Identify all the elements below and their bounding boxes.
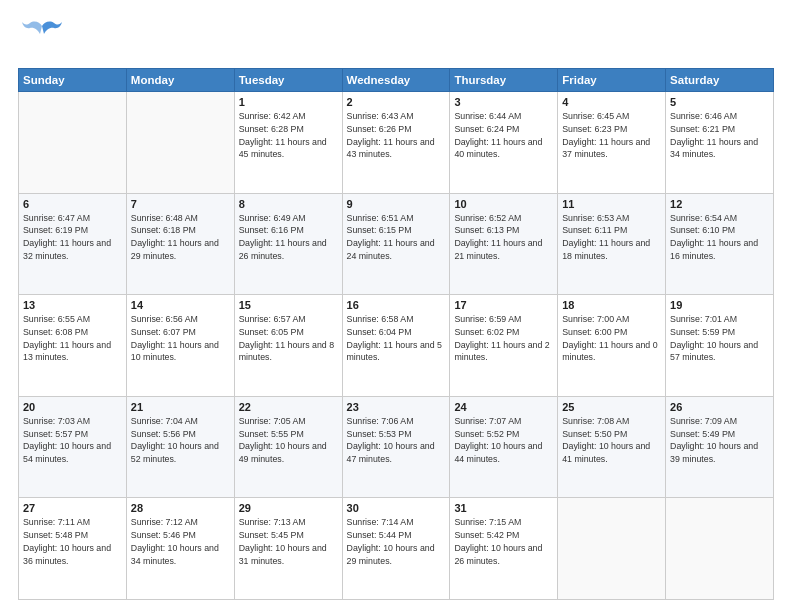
- calendar-cell: 1Sunrise: 6:42 AMSunset: 6:28 PMDaylight…: [234, 92, 342, 194]
- day-number: 3: [454, 96, 553, 108]
- weekday-header-row: SundayMondayTuesdayWednesdayThursdayFrid…: [19, 69, 774, 92]
- day-info: Sunrise: 6:56 AMSunset: 6:07 PMDaylight:…: [131, 313, 230, 364]
- day-number: 26: [670, 401, 769, 413]
- day-info: Sunrise: 7:06 AMSunset: 5:53 PMDaylight:…: [347, 415, 446, 466]
- calendar-cell: 11Sunrise: 6:53 AMSunset: 6:11 PMDayligh…: [558, 193, 666, 295]
- day-info: Sunrise: 6:43 AMSunset: 6:26 PMDaylight:…: [347, 110, 446, 161]
- day-number: 18: [562, 299, 661, 311]
- day-number: 23: [347, 401, 446, 413]
- calendar-cell: 29Sunrise: 7:13 AMSunset: 5:45 PMDayligh…: [234, 498, 342, 600]
- calendar-cell: 22Sunrise: 7:05 AMSunset: 5:55 PMDayligh…: [234, 396, 342, 498]
- week-row-5: 27Sunrise: 7:11 AMSunset: 5:48 PMDayligh…: [19, 498, 774, 600]
- day-number: 29: [239, 502, 338, 514]
- calendar-cell: 6Sunrise: 6:47 AMSunset: 6:19 PMDaylight…: [19, 193, 127, 295]
- header: [18, 18, 774, 58]
- calendar-cell: 4Sunrise: 6:45 AMSunset: 6:23 PMDaylight…: [558, 92, 666, 194]
- calendar-cell: 17Sunrise: 6:59 AMSunset: 6:02 PMDayligh…: [450, 295, 558, 397]
- day-info: Sunrise: 6:46 AMSunset: 6:21 PMDaylight:…: [670, 110, 769, 161]
- day-info: Sunrise: 6:53 AMSunset: 6:11 PMDaylight:…: [562, 212, 661, 263]
- day-number: 20: [23, 401, 122, 413]
- calendar-cell: 28Sunrise: 7:12 AMSunset: 5:46 PMDayligh…: [126, 498, 234, 600]
- day-info: Sunrise: 7:03 AMSunset: 5:57 PMDaylight:…: [23, 415, 122, 466]
- calendar-cell: 12Sunrise: 6:54 AMSunset: 6:10 PMDayligh…: [666, 193, 774, 295]
- logo: [18, 18, 70, 58]
- calendar-cell: 27Sunrise: 7:11 AMSunset: 5:48 PMDayligh…: [19, 498, 127, 600]
- calendar-cell: 31Sunrise: 7:15 AMSunset: 5:42 PMDayligh…: [450, 498, 558, 600]
- day-info: Sunrise: 7:01 AMSunset: 5:59 PMDaylight:…: [670, 313, 769, 364]
- day-info: Sunrise: 6:45 AMSunset: 6:23 PMDaylight:…: [562, 110, 661, 161]
- day-number: 13: [23, 299, 122, 311]
- calendar-cell: 8Sunrise: 6:49 AMSunset: 6:16 PMDaylight…: [234, 193, 342, 295]
- day-info: Sunrise: 6:52 AMSunset: 6:13 PMDaylight:…: [454, 212, 553, 263]
- day-number: 12: [670, 198, 769, 210]
- calendar-cell: 13Sunrise: 6:55 AMSunset: 6:08 PMDayligh…: [19, 295, 127, 397]
- day-number: 16: [347, 299, 446, 311]
- calendar-cell: 23Sunrise: 7:06 AMSunset: 5:53 PMDayligh…: [342, 396, 450, 498]
- calendar-cell: [666, 498, 774, 600]
- day-number: 31: [454, 502, 553, 514]
- day-number: 25: [562, 401, 661, 413]
- day-info: Sunrise: 6:47 AMSunset: 6:19 PMDaylight:…: [23, 212, 122, 263]
- day-number: 10: [454, 198, 553, 210]
- day-number: 2: [347, 96, 446, 108]
- calendar-cell: [126, 92, 234, 194]
- calendar-cell: 26Sunrise: 7:09 AMSunset: 5:49 PMDayligh…: [666, 396, 774, 498]
- calendar-cell: 25Sunrise: 7:08 AMSunset: 5:50 PMDayligh…: [558, 396, 666, 498]
- logo-icon: [18, 18, 66, 58]
- calendar-cell: 7Sunrise: 6:48 AMSunset: 6:18 PMDaylight…: [126, 193, 234, 295]
- day-info: Sunrise: 6:58 AMSunset: 6:04 PMDaylight:…: [347, 313, 446, 364]
- day-info: Sunrise: 6:59 AMSunset: 6:02 PMDaylight:…: [454, 313, 553, 364]
- day-info: Sunrise: 7:15 AMSunset: 5:42 PMDaylight:…: [454, 516, 553, 567]
- weekday-header-wednesday: Wednesday: [342, 69, 450, 92]
- calendar-cell: 3Sunrise: 6:44 AMSunset: 6:24 PMDaylight…: [450, 92, 558, 194]
- day-number: 4: [562, 96, 661, 108]
- week-row-1: 1Sunrise: 6:42 AMSunset: 6:28 PMDaylight…: [19, 92, 774, 194]
- day-info: Sunrise: 6:49 AMSunset: 6:16 PMDaylight:…: [239, 212, 338, 263]
- calendar-cell: 9Sunrise: 6:51 AMSunset: 6:15 PMDaylight…: [342, 193, 450, 295]
- day-number: 11: [562, 198, 661, 210]
- day-info: Sunrise: 6:57 AMSunset: 6:05 PMDaylight:…: [239, 313, 338, 364]
- day-info: Sunrise: 6:55 AMSunset: 6:08 PMDaylight:…: [23, 313, 122, 364]
- calendar-cell: 15Sunrise: 6:57 AMSunset: 6:05 PMDayligh…: [234, 295, 342, 397]
- day-number: 5: [670, 96, 769, 108]
- day-info: Sunrise: 6:44 AMSunset: 6:24 PMDaylight:…: [454, 110, 553, 161]
- day-number: 9: [347, 198, 446, 210]
- day-info: Sunrise: 7:13 AMSunset: 5:45 PMDaylight:…: [239, 516, 338, 567]
- week-row-4: 20Sunrise: 7:03 AMSunset: 5:57 PMDayligh…: [19, 396, 774, 498]
- day-info: Sunrise: 7:09 AMSunset: 5:49 PMDaylight:…: [670, 415, 769, 466]
- weekday-header-thursday: Thursday: [450, 69, 558, 92]
- calendar-cell: 30Sunrise: 7:14 AMSunset: 5:44 PMDayligh…: [342, 498, 450, 600]
- day-number: 1: [239, 96, 338, 108]
- weekday-header-tuesday: Tuesday: [234, 69, 342, 92]
- calendar-cell: 18Sunrise: 7:00 AMSunset: 6:00 PMDayligh…: [558, 295, 666, 397]
- day-number: 28: [131, 502, 230, 514]
- calendar-cell: [558, 498, 666, 600]
- day-info: Sunrise: 7:14 AMSunset: 5:44 PMDaylight:…: [347, 516, 446, 567]
- calendar-cell: 16Sunrise: 6:58 AMSunset: 6:04 PMDayligh…: [342, 295, 450, 397]
- calendar-table: SundayMondayTuesdayWednesdayThursdayFrid…: [18, 68, 774, 600]
- calendar-cell: 20Sunrise: 7:03 AMSunset: 5:57 PMDayligh…: [19, 396, 127, 498]
- day-info: Sunrise: 7:12 AMSunset: 5:46 PMDaylight:…: [131, 516, 230, 567]
- calendar-cell: 19Sunrise: 7:01 AMSunset: 5:59 PMDayligh…: [666, 295, 774, 397]
- day-info: Sunrise: 7:05 AMSunset: 5:55 PMDaylight:…: [239, 415, 338, 466]
- day-number: 21: [131, 401, 230, 413]
- day-number: 6: [23, 198, 122, 210]
- day-number: 14: [131, 299, 230, 311]
- day-number: 17: [454, 299, 553, 311]
- day-info: Sunrise: 7:04 AMSunset: 5:56 PMDaylight:…: [131, 415, 230, 466]
- day-number: 24: [454, 401, 553, 413]
- day-number: 22: [239, 401, 338, 413]
- day-info: Sunrise: 7:00 AMSunset: 6:00 PMDaylight:…: [562, 313, 661, 364]
- day-info: Sunrise: 7:07 AMSunset: 5:52 PMDaylight:…: [454, 415, 553, 466]
- day-info: Sunrise: 7:11 AMSunset: 5:48 PMDaylight:…: [23, 516, 122, 567]
- calendar-cell: 21Sunrise: 7:04 AMSunset: 5:56 PMDayligh…: [126, 396, 234, 498]
- day-info: Sunrise: 6:48 AMSunset: 6:18 PMDaylight:…: [131, 212, 230, 263]
- week-row-3: 13Sunrise: 6:55 AMSunset: 6:08 PMDayligh…: [19, 295, 774, 397]
- calendar-cell: 10Sunrise: 6:52 AMSunset: 6:13 PMDayligh…: [450, 193, 558, 295]
- day-number: 15: [239, 299, 338, 311]
- calendar-cell: 14Sunrise: 6:56 AMSunset: 6:07 PMDayligh…: [126, 295, 234, 397]
- calendar-cell: [19, 92, 127, 194]
- calendar-cell: 2Sunrise: 6:43 AMSunset: 6:26 PMDaylight…: [342, 92, 450, 194]
- day-info: Sunrise: 7:08 AMSunset: 5:50 PMDaylight:…: [562, 415, 661, 466]
- calendar-cell: 24Sunrise: 7:07 AMSunset: 5:52 PMDayligh…: [450, 396, 558, 498]
